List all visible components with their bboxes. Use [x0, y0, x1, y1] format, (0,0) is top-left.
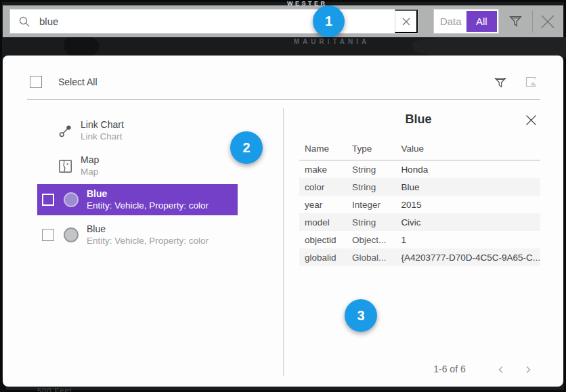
cell-value: Honda	[395, 160, 540, 179]
cell-name: color	[299, 178, 347, 196]
table-header-row: Name Type Value	[299, 144, 540, 160]
filter-funnel-icon	[494, 76, 507, 89]
chevron-left-icon	[497, 366, 505, 374]
cell-value: Blue	[395, 178, 540, 196]
attributes-table: Name Type Value make String Honda color …	[299, 144, 540, 266]
results-filter-button[interactable]	[489, 71, 512, 94]
app-viewport: WESTER MAURITANIA 500 Feet Data All	[0, 0, 566, 392]
panel-header-divider	[27, 99, 540, 100]
cell-type: String	[347, 178, 395, 196]
add-selection-icon	[524, 75, 539, 90]
result-text: Blue Entity: Vehicle, Property: color	[87, 188, 209, 211]
pagination-label: 1-6 of 6	[406, 364, 494, 374]
add-to-selection-button[interactable]	[520, 71, 543, 94]
search-toolbar: Data All	[3, 5, 563, 37]
result-title: Blue	[87, 188, 209, 200]
callout-1: 1	[313, 5, 345, 37]
cell-value: Civic	[395, 213, 540, 231]
result-title: Map	[81, 154, 99, 166]
table-row: color String Blue	[299, 178, 540, 196]
map-label-western: WESTER	[287, 0, 328, 5]
result-title: Link Chart	[81, 119, 124, 131]
result-checkbox[interactable]	[42, 229, 54, 241]
table-row: make String Honda	[299, 160, 540, 179]
result-subtitle: Entity: Vehicle, Property: color	[87, 235, 209, 246]
select-all-label: Select All	[58, 77, 97, 87]
callout-number: 1	[325, 14, 332, 29]
result-checkbox[interactable]	[42, 194, 54, 206]
table-row: objectid Object... 1	[299, 231, 540, 248]
close-x-icon	[525, 114, 538, 127]
cell-value: 1	[395, 231, 540, 248]
result-text: Link Chart Link Chart	[81, 119, 124, 142]
cell-type: Object...	[347, 231, 395, 248]
result-subtitle: Map	[81, 166, 99, 177]
column-header-type: Type	[347, 144, 395, 160]
table-row: globalid Global... {A4203777-D70D-4C5C-9…	[299, 248, 540, 266]
close-search-button[interactable]	[533, 7, 563, 37]
cell-value: 2015	[395, 196, 540, 213]
list-details-divider	[283, 108, 284, 376]
pagination-prev-button[interactable]	[493, 362, 509, 378]
table-row: year Integer 2015	[299, 196, 540, 213]
table-row: model String Civic	[299, 213, 540, 231]
cell-name: globalid	[299, 248, 347, 266]
select-all-checkbox[interactable]	[30, 76, 42, 88]
clear-x-icon	[401, 17, 411, 26]
cell-name: year	[299, 196, 347, 213]
callout-3: 3	[345, 299, 377, 332]
select-all-row: Select All	[30, 76, 97, 88]
map-scale-label: 500 Feet	[37, 387, 72, 392]
entity-circle-icon	[64, 192, 79, 207]
result-subtitle: Entity: Vehicle, Property: color	[87, 200, 209, 211]
search-icon	[18, 16, 30, 28]
cell-value: {A4203777-D70D-4C5C-9A65-C...	[395, 248, 540, 266]
cell-type: Global...	[347, 248, 395, 266]
result-title: Blue	[87, 223, 209, 235]
callout-2: 2	[230, 131, 263, 164]
result-item-blue[interactable]: Blue Entity: Vehicle, Property: color	[37, 219, 238, 251]
cell-name: model	[299, 213, 347, 231]
link-chart-icon	[58, 124, 72, 138]
result-text: Map Map	[81, 154, 99, 177]
details-title: Blue	[286, 112, 551, 127]
map-land-shape	[64, 35, 100, 57]
toggle-option-all[interactable]: All	[466, 11, 498, 32]
result-item-blue-selected[interactable]: Blue Entity: Vehicle, Property: color	[37, 184, 238, 215]
chevron-right-icon	[524, 366, 532, 374]
result-text: Blue Entity: Vehicle, Property: color	[87, 223, 209, 246]
cell-name: make	[299, 160, 347, 179]
cell-name: objectid	[299, 231, 347, 248]
entity-circle-icon	[64, 227, 79, 242]
map-icon	[58, 159, 72, 173]
column-header-value: Value	[395, 144, 540, 160]
data-all-toggle: Data All	[433, 9, 499, 34]
callout-number: 3	[357, 308, 364, 324]
result-item-map[interactable]: Map Map	[37, 150, 238, 181]
column-header-name: Name	[299, 144, 347, 160]
filter-funnel-icon	[508, 14, 523, 28]
details-close-button[interactable]	[521, 110, 540, 129]
pagination-next-button[interactable]	[520, 362, 536, 378]
search-box	[9, 9, 418, 34]
result-item-link-chart[interactable]: Link Chart Link Chart	[37, 115, 238, 146]
cell-type: String	[347, 160, 395, 179]
search-clear-button[interactable]	[395, 9, 418, 33]
map-region-shape	[413, 37, 566, 58]
map-label-mauritania: MAURITANIA	[257, 38, 406, 45]
callout-number: 2	[242, 140, 250, 156]
cell-type: Integer	[347, 196, 395, 213]
toggle-option-data[interactable]: Data	[435, 11, 466, 32]
search-results-panel: Select All Link Chart Link Chart	[3, 56, 563, 387]
result-subtitle: Link Chart	[81, 131, 124, 142]
close-x-icon	[539, 13, 557, 30]
cell-type: String	[347, 213, 395, 231]
filter-button[interactable]	[502, 8, 529, 35]
